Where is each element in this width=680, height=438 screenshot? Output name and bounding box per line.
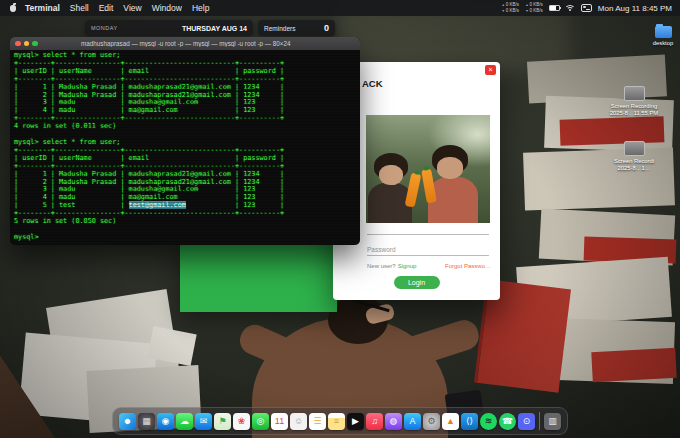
- dock-icon-spotify[interactable]: ≋: [480, 413, 497, 430]
- dock-icon-facetime[interactable]: ◎: [252, 413, 269, 430]
- dock-icon-music[interactable]: ♫: [366, 413, 383, 430]
- terminal-window: madhushaprasad — mysql -u root -p — mysq…: [10, 37, 360, 245]
- dock-icon-finder[interactable]: ☻: [119, 413, 136, 430]
- menu-help[interactable]: Help: [187, 3, 214, 13]
- dock-icon-mail[interactable]: ✉: [195, 413, 212, 430]
- upload-icon: ▲: [525, 3, 528, 7]
- password-input[interactable]: [367, 243, 489, 256]
- dock-icon-reminders[interactable]: ☰: [309, 413, 326, 430]
- battery-icon[interactable]: [549, 5, 560, 12]
- calendar-event-label: THURSDAY AUG 14: [182, 25, 247, 32]
- menu-clock[interactable]: Mon Aug 11 8:45 PM: [598, 4, 674, 13]
- terminal-output[interactable]: mysql> select * from user; +--------+---…: [10, 50, 360, 244]
- dock-icon-messages[interactable]: ☁: [176, 413, 193, 430]
- terminal-title: madhushaprasad — mysql -u root -p — mysq…: [41, 40, 332, 47]
- download-icon: ▼: [525, 9, 528, 13]
- app-window-green-panel: [180, 238, 337, 312]
- desktop-recording-1[interactable]: Screen Recording 2025-8…11.55.PM: [602, 86, 666, 117]
- login-title: ACK: [362, 78, 383, 89]
- close-icon[interactable]: ×: [485, 65, 496, 75]
- dock-icon-tv[interactable]: ▶: [347, 413, 364, 430]
- terminal-output-before: mysql> select * from user; +--------+---…: [14, 51, 284, 209]
- forgot-password-link[interactable]: Forgot Passwo…: [445, 263, 491, 269]
- dock-icon-calendar[interactable]: 11: [271, 413, 288, 430]
- network-stats-widget[interactable]: ▲0 KB/s ▼0 KB/s: [501, 2, 519, 14]
- login-button[interactable]: Login: [394, 276, 440, 289]
- reminders-title: Reminders: [264, 25, 295, 32]
- control-center-icon[interactable]: [581, 4, 592, 12]
- desktop-folder-icon[interactable]: desktop: [645, 26, 680, 47]
- menu-shell[interactable]: Shell: [65, 3, 94, 13]
- net1-up-value: 0 KB/s: [506, 2, 519, 7]
- username-input[interactable]: [367, 222, 489, 235]
- recording-label: Screen Recording: [611, 103, 657, 110]
- recording-label: 2025-8…1…: [618, 165, 651, 172]
- recording-label: 2025-8…11.55.PM: [610, 110, 658, 117]
- dock-icon-photos[interactable]: ❀: [233, 413, 250, 430]
- dock-separator: [539, 412, 540, 430]
- net2-down-value: 0 KB/s: [530, 8, 543, 13]
- menu-window[interactable]: Window: [147, 3, 187, 13]
- dock-icon-vscode[interactable]: ⟨⟩: [461, 413, 478, 430]
- net2-up-value: 0 KB/s: [530, 2, 543, 7]
- menu-edit[interactable]: Edit: [94, 3, 119, 13]
- dock: ☻▦◉☁✉⚑❀◎11☺☰≡▶♫◍A⚙▲⟨⟩≋☎⊙▥: [112, 407, 568, 435]
- photo-kid-right-face: [437, 157, 463, 179]
- clock-date: Mon Aug 11: [598, 4, 640, 13]
- calendar-day-label: MONDAY: [91, 25, 118, 31]
- dock-icon-launchpad[interactable]: ▦: [138, 413, 155, 430]
- zoom-button[interactable]: [32, 41, 38, 47]
- recording-label: Screen Recordi: [614, 158, 654, 165]
- new-user-label: New user?: [367, 263, 396, 269]
- reminders-count: 0: [324, 23, 329, 33]
- download-icon: ▼: [501, 9, 504, 13]
- clock-time: 8:45 PM: [642, 4, 672, 13]
- menu-bar: Terminal Shell Edit View Window Help ▲0 …: [0, 0, 680, 16]
- menu-view[interactable]: View: [118, 3, 146, 13]
- folder-icon: [655, 26, 672, 38]
- photo-kid-left-face: [379, 165, 403, 185]
- new-user-row: New user?Signup: [367, 263, 416, 269]
- upload-icon: ▲: [501, 3, 504, 7]
- net1-down-value: 0 KB/s: [506, 8, 519, 13]
- apple-menu-icon[interactable]: [10, 5, 16, 12]
- wifi-icon[interactable]: [566, 5, 575, 11]
- dock-icon-notes[interactable]: ≡: [328, 413, 345, 430]
- menubar-status-area: ▲0 KB/s ▼0 KB/s ▲0 KB/s ▼0 KB/s Mon Aug …: [501, 2, 674, 14]
- network-stats-widget-2[interactable]: ▲0 KB/s ▼0 KB/s: [525, 2, 543, 14]
- dock-icon-trash[interactable]: ▥: [544, 413, 561, 430]
- close-button[interactable]: [15, 41, 21, 47]
- video-thumbnail-icon: [624, 86, 645, 101]
- terminal-titlebar[interactable]: madhushaprasad — mysql -u root -p — mysq…: [10, 37, 360, 50]
- dock-icon-discord[interactable]: ⊙: [518, 413, 535, 430]
- login-photo: [366, 115, 490, 223]
- dock-icon-whatsapp[interactable]: ☎: [499, 413, 516, 430]
- calendar-widget[interactable]: MONDAY THURSDAY AUG 14: [85, 20, 253, 36]
- folder-label: desktop: [653, 40, 673, 47]
- dock-icon-vlc[interactable]: ▲: [442, 413, 459, 430]
- dock-icon-safari[interactable]: ◉: [157, 413, 174, 430]
- reminders-widget[interactable]: Reminders 0: [258, 20, 335, 36]
- minimize-button[interactable]: [24, 41, 30, 47]
- dock-icon-maps[interactable]: ⚑: [214, 413, 231, 430]
- dock-icon-settings[interactable]: ⚙: [423, 413, 440, 430]
- video-thumbnail-icon: [624, 141, 645, 156]
- dock-icon-podcasts[interactable]: ◍: [385, 413, 402, 430]
- dock-icon-appstore[interactable]: A: [404, 413, 421, 430]
- menu-terminal[interactable]: Terminal: [20, 3, 65, 13]
- signup-link[interactable]: Signup: [398, 263, 417, 269]
- desktop-recording-2[interactable]: Screen Recordi 2025-8…1…: [602, 141, 666, 172]
- photo-soda-bottle: [405, 172, 422, 207]
- dock-icon-contacts[interactable]: ☺: [290, 413, 307, 430]
